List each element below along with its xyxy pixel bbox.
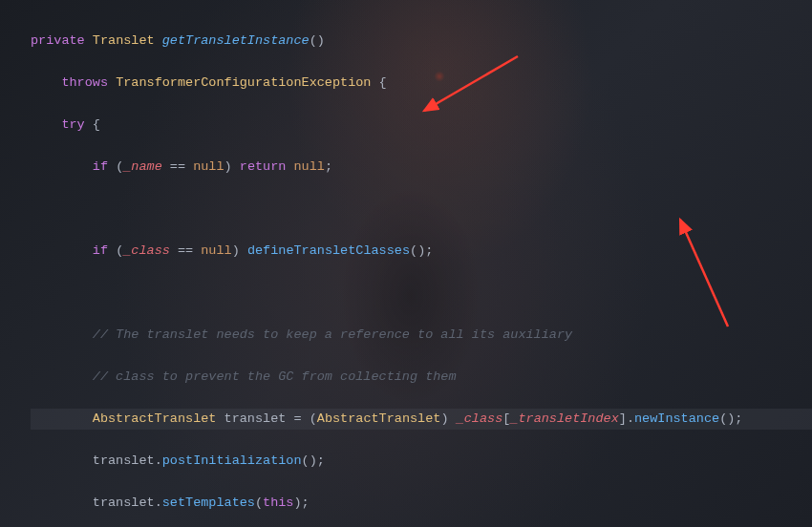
brace: { (93, 117, 100, 132)
keyword-this: this (263, 495, 293, 510)
field-transletIndex: _transletIndex (510, 411, 618, 426)
method-name: getTransletInstance (162, 33, 310, 48)
dot: . (627, 411, 634, 426)
operator: == (178, 243, 193, 258)
semicolon: ; (317, 453, 325, 468)
semicolon: ; (325, 159, 332, 174)
code-line-highlight: AbstractTranslet translet = (AbstractTra… (31, 409, 812, 430)
type: AbstractTranslet (93, 411, 217, 426)
identifier: translet (93, 453, 155, 468)
keyword-try: try (61, 117, 84, 132)
code-line: private Translet getTransletInstance() (31, 31, 812, 52)
keyword-return: return (240, 159, 287, 174)
bracket: ] (619, 411, 627, 426)
type-translet: Translet (93, 33, 155, 48)
operator: = (293, 411, 301, 426)
semicolon: ; (302, 495, 310, 510)
method-call: setTemplates (162, 495, 255, 510)
keyword-throws: throws (61, 75, 108, 90)
keyword-if: if (93, 243, 108, 258)
parens: () (310, 33, 325, 48)
code-line: if (_name == null) return null; (31, 157, 812, 178)
operator: == (170, 159, 185, 174)
svg-line-0 (424, 56, 518, 111)
annotation-arrow-2 (669, 212, 745, 344)
comment: // The translet needs to keep a referenc… (93, 327, 572, 342)
svg-line-1 (680, 220, 728, 327)
paren: ) (293, 495, 301, 510)
null-literal: null (294, 159, 325, 174)
identifier: translet (93, 495, 155, 510)
identifier: translet (224, 411, 287, 426)
type: TransformerConfigurationException (116, 75, 371, 90)
keyword-if: if (93, 159, 108, 174)
semicolon: ; (425, 243, 433, 258)
paren: ) (440, 411, 448, 426)
paren: ) (232, 243, 240, 258)
parens: () (719, 411, 735, 426)
null-literal: null (193, 159, 224, 174)
null-literal: null (201, 243, 231, 258)
dot: . (155, 495, 162, 510)
field-name: _name (123, 159, 162, 174)
brace: { (379, 75, 387, 90)
comment: // class to prevent the GC from collecti… (93, 369, 457, 384)
semicolon: ; (735, 411, 742, 426)
paren: ( (255, 495, 263, 510)
parens: () (410, 243, 425, 258)
type: AbstractTranslet (317, 411, 441, 426)
parens: () (302, 453, 317, 468)
field-class: _class (123, 243, 170, 258)
dot: . (155, 453, 162, 468)
call-newInstance: newInstance (634, 411, 719, 426)
call-defineTransletClasses: defineTransletClasses (247, 243, 410, 258)
keyword-private: private (31, 33, 85, 48)
code-line: translet.postInitialization(); (31, 451, 812, 472)
annotation-arrow-1 (413, 52, 527, 136)
code-line: translet.setTemplates(this); (31, 493, 812, 514)
field-class: _class (457, 411, 503, 426)
code-line: // class to prevent the GC from collecti… (31, 367, 812, 388)
method-call: postInitialization (162, 453, 302, 468)
paren: ( (310, 411, 317, 426)
paren: ) (224, 159, 232, 174)
